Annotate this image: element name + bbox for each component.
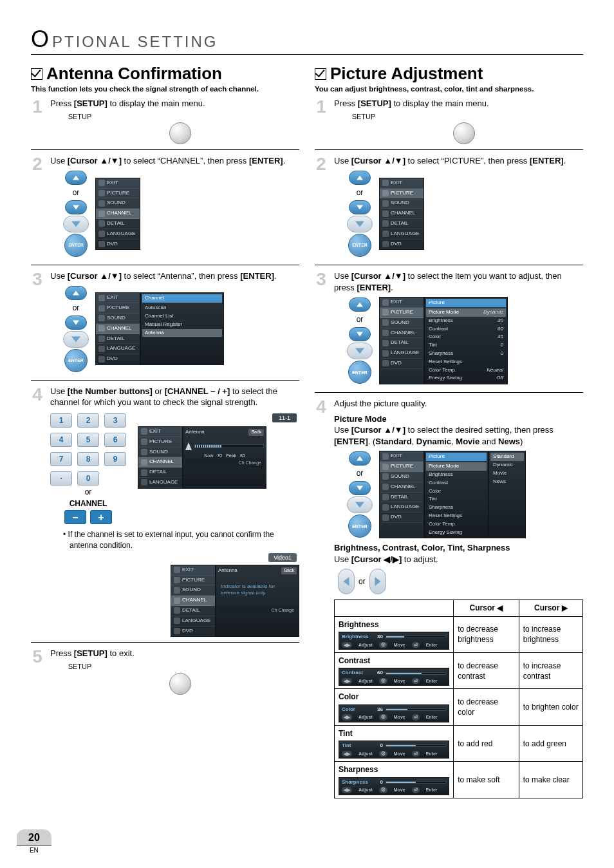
menu-item-detail: DETAIL — [96, 219, 140, 229]
move-icon: ⦿ — [379, 787, 387, 793]
enter-icon: ⏎ — [412, 751, 420, 757]
table-row: SharpnessSharpness0◀▶Adjust⦿Move⏎Enterto… — [335, 762, 583, 798]
step-body: Press [SETUP] to exit. SETUP — [50, 648, 299, 694]
osd-left-list: EXIT PICTURE SOUND CHANNEL DETAIL LANGUA… — [138, 426, 183, 489]
step-body: Use [the Number buttons] or [CHANNEL − /… — [50, 386, 299, 637]
menu-item-exit: EXIT — [138, 427, 182, 437]
effect-right: to brighten color — [519, 689, 582, 725]
left-step-1: 1 Press [SETUP] to display the main menu… — [31, 98, 299, 144]
osd-video-external: EXIT PICTURE SOUND CHANNEL DETAIL LANGUA… — [171, 565, 299, 637]
t: to display the main menu. — [391, 99, 489, 108]
menu-item-detail: DETAIL — [380, 219, 423, 229]
channel-plus-icon: + — [90, 510, 112, 524]
osd-left-list: EXIT PICTURE SOUND CHANNEL DETAIL LANGUA… — [379, 297, 424, 384]
sound-icon — [382, 473, 389, 480]
dvd-icon — [382, 241, 389, 247]
effect-left: to decrease brightness — [454, 616, 519, 652]
number-buttons-key: [the Number buttons] — [68, 386, 153, 396]
remote-cluster: or ENTER EXIT PICTURE SOUND CHANNEL — [347, 171, 583, 257]
cursor-key: [Cursor ▲/▼] — [351, 156, 405, 165]
right-column: Picture Adjustment You can adjust bright… — [315, 61, 583, 798]
osd-right-picture: Picture Picture ModeDynamic Brightness30… — [424, 297, 508, 384]
effect-right: to add green — [519, 725, 582, 761]
setup-button-block: SETUP — [60, 662, 299, 695]
osd-left-list: EXIT PICTURE SOUND CHANNEL DETAIL LANGUA… — [95, 178, 140, 250]
move-icon: ⦿ — [379, 714, 387, 720]
setup-button-icon — [453, 122, 475, 144]
cursor-up-icon — [349, 297, 371, 312]
num-key-0: 0 — [77, 471, 99, 486]
step-number: 4 — [315, 398, 328, 798]
menu-item-sound: SOUND — [380, 198, 423, 209]
note-bullet: • If the channel is set to external inpu… — [63, 529, 299, 550]
osd-right-picture-opts: Standard Dynamic Movie News — [488, 451, 526, 538]
menu-item-detail: DETAIL — [138, 467, 182, 478]
row-picture-mode: Picture ModeDynamic — [426, 308, 506, 317]
ext-message: Indicator is available for antenna signa… — [221, 583, 294, 598]
dvd-icon — [382, 514, 389, 521]
osd-ext-right: Antenna Back Indicator is available for … — [216, 565, 299, 637]
remote-cluster: or ENTER EXIT PICTURE SOUND CHANNEL — [63, 171, 299, 257]
dpad: or ENTER — [347, 451, 373, 538]
sound-icon — [174, 587, 180, 594]
th-cursor-left: Cursor ◀ — [454, 600, 519, 616]
osd-left-list: EXIT PICTURE SOUND CHANNEL DETAIL LANGUA… — [171, 565, 216, 637]
menu-item-detail: DETAIL — [171, 606, 215, 616]
dvd-icon — [98, 356, 105, 363]
channel-chip: 11-1 — [272, 413, 297, 422]
arrow-down-icon — [347, 216, 373, 232]
adjust-icon: ◀▶ — [342, 642, 352, 648]
adjustment-table: Cursor ◀ Cursor ▶ BrightnessBrightness30… — [334, 599, 583, 798]
menu-item-detail: DETAIL — [96, 334, 140, 344]
picture-icon — [382, 309, 389, 316]
osd-footer: Ch Change — [185, 458, 264, 467]
t: to select “Antenna”, then press — [122, 271, 240, 281]
effect-left: to add red — [454, 725, 519, 761]
exit-icon — [98, 295, 105, 301]
exit-icon — [98, 180, 105, 186]
adjust-label-cell: BrightnessBrightness30◀▶Adjust⦿Move⏎Ente… — [335, 616, 454, 652]
osd-channel-submenu: EXIT PICTURE SOUND CHANNEL DETAIL LANGUA… — [95, 292, 224, 365]
t: to select “CHANNEL”, then press — [122, 156, 249, 165]
menu-item-channel: CHANNEL — [138, 457, 182, 467]
menu-item-language: LANGUAGE — [138, 478, 182, 488]
step-body: Press [SETUP] to display the main menu. … — [334, 98, 583, 144]
or-label: or — [357, 468, 364, 478]
dpad: or ENTER — [63, 171, 89, 257]
check-icon — [315, 68, 326, 80]
step-number: 4 — [31, 386, 44, 637]
picture-mode-title: Picture Mode — [334, 413, 583, 425]
num-key-1: 1 — [50, 413, 72, 428]
enter-key: [ENTER] — [357, 283, 391, 292]
menu-item-dvd: DVD — [380, 240, 423, 250]
menu-item-sound: SOUND — [380, 318, 423, 328]
text: Press — [50, 99, 74, 108]
cursor-up-icon — [349, 451, 371, 466]
dvd-icon — [98, 241, 105, 247]
or-label: or — [358, 576, 366, 587]
detail-icon — [141, 469, 147, 476]
menu-item-language: LANGUAGE — [380, 502, 423, 513]
cursor-down-icon — [65, 316, 87, 330]
setup-key: [SETUP] — [74, 99, 107, 108]
menu-item-picture: PICTURE — [138, 437, 182, 448]
move-icon: ⦿ — [379, 642, 387, 648]
video-chip: Video1 — [268, 553, 297, 562]
osd-main-picture: EXIT PICTURE SOUND CHANNEL DETAIL LANGUA… — [379, 178, 424, 250]
cursor-key: [Cursor ▲/▼] — [351, 271, 405, 281]
osd-left-list: EXIT PICTURE SOUND CHANNEL DETAIL LANGUA… — [379, 178, 424, 250]
exit-icon — [382, 299, 389, 306]
move-icon: ⦿ — [379, 678, 387, 684]
setup-label: SETUP — [344, 112, 383, 122]
page-number: 20 EN — [17, 829, 51, 854]
dvd-icon — [382, 360, 389, 366]
language-icon — [382, 504, 389, 511]
numpad-block: 1 2 3 4 5 6 7 8 9 · 0 — [50, 413, 126, 524]
slider-box: Tint0◀▶Adjust⦿Move⏎Enter — [339, 741, 449, 759]
channel-minus-icon: − — [64, 510, 86, 524]
dvd-icon — [174, 628, 180, 634]
right-step-4: 4 Adjust the picture quality. Picture Mo… — [315, 398, 583, 798]
cursor-up-icon — [65, 171, 87, 185]
th-cursor-right: Cursor ▶ — [519, 600, 582, 616]
slider-box: Color36◀▶Adjust⦿Move⏎Enter — [339, 704, 449, 722]
